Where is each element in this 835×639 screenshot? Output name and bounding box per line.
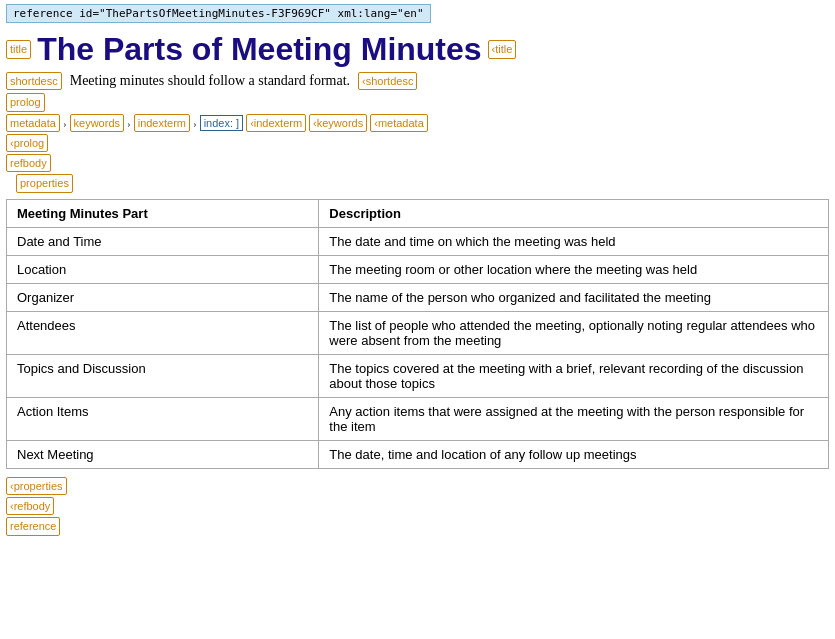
keywords-close-tag: ‹keywords	[309, 114, 367, 132]
index-bracket: index: ]	[200, 115, 243, 131]
refbody-row: refbody	[6, 154, 829, 172]
col-header-part: Meeting Minutes Part	[7, 199, 319, 227]
refbody-close-tag: ‹refbody	[6, 497, 54, 515]
reference-close-tag: reference	[6, 517, 60, 535]
table-cell-description: The list of people who attended the meet…	[319, 311, 829, 354]
table-cell-description: The date, time and location of any follo…	[319, 440, 829, 468]
table-row: LocationThe meeting room or other locati…	[7, 255, 829, 283]
shortdesc-line: shortdesc Meeting minutes should follow …	[6, 72, 829, 90]
indexterm-close-tag: ‹indexterm	[246, 114, 306, 132]
prolog-open-tag: prolog	[6, 93, 45, 111]
table-row: Next MeetingThe date, time and location …	[7, 440, 829, 468]
properties-close-tag: ‹properties	[6, 477, 67, 495]
indexterm-open-tag: indexterm	[134, 114, 190, 132]
reference-close-row: reference	[6, 517, 829, 535]
prolog-open-section: prolog	[6, 93, 829, 111]
metadata-close-tag: ‹metadata	[370, 114, 428, 132]
title-close-tag: ‹title	[488, 40, 517, 58]
meeting-minutes-table: Meeting Minutes Part Description Date an…	[6, 199, 829, 469]
metadata-open-tag: metadata	[6, 114, 60, 132]
table-cell-part: Topics and Discussion	[7, 354, 319, 397]
metadata-row: metadata › keywords › indexterm › index:…	[6, 114, 829, 132]
xml-reference-bar: reference id="ThePartsOfMeetingMinutes-F…	[6, 4, 431, 23]
table-cell-description: The name of the person who organized and…	[319, 283, 829, 311]
page-container: reference id="ThePartsOfMeetingMinutes-F…	[0, 0, 835, 542]
arrow-2: ›	[127, 117, 131, 129]
table-cell-part: Organizer	[7, 283, 319, 311]
title-line: title The Parts of Meeting Minutes ‹titl…	[6, 31, 829, 68]
prolog-close-tag: ‹prolog	[6, 134, 48, 152]
page-title: The Parts of Meeting Minutes	[37, 31, 481, 68]
shortdesc-open-tag: shortdesc	[6, 72, 62, 90]
table-cell-description: The meeting room or other location where…	[319, 255, 829, 283]
table-cell-part: Date and Time	[7, 227, 319, 255]
table-cell-part: Attendees	[7, 311, 319, 354]
table-row: Action ItemsAny action items that were a…	[7, 397, 829, 440]
refbody-close-row: ‹refbody	[6, 497, 829, 515]
properties-open-tag: properties	[16, 174, 73, 192]
title-open-tag: title	[6, 40, 31, 58]
table-row: Topics and DiscussionThe topics covered …	[7, 354, 829, 397]
table-row: AttendeesThe list of people who attended…	[7, 311, 829, 354]
table-cell-part: Location	[7, 255, 319, 283]
shortdesc-close-tag: ‹shortdesc	[358, 72, 417, 90]
col-header-description: Description	[319, 199, 829, 227]
xml-reference-text: reference id="ThePartsOfMeetingMinutes-F…	[13, 7, 424, 20]
arrow-3: ›	[193, 117, 197, 129]
table-cell-part: Next Meeting	[7, 440, 319, 468]
table-cell-description: Any action items that were assigned at t…	[319, 397, 829, 440]
keywords-open-tag: keywords	[70, 114, 124, 132]
table-row: OrganizerThe name of the person who orga…	[7, 283, 829, 311]
shortdesc-text: Meeting minutes should follow a standard…	[70, 73, 350, 89]
table-cell-description: The topics covered at the meeting with a…	[319, 354, 829, 397]
table-header-row: Meeting Minutes Part Description	[7, 199, 829, 227]
properties-close-row: ‹properties	[6, 477, 829, 495]
table-cell-part: Action Items	[7, 397, 319, 440]
bottom-tags: ‹properties ‹refbody reference	[6, 477, 829, 536]
properties-row: properties	[16, 174, 829, 192]
refbody-open-tag: refbody	[6, 154, 51, 172]
table-row: Date and TimeThe date and time on which …	[7, 227, 829, 255]
table-cell-description: The date and time on which the meeting w…	[319, 227, 829, 255]
arrow-1: ›	[63, 117, 67, 129]
prolog-close-section: ‹prolog	[6, 134, 829, 152]
